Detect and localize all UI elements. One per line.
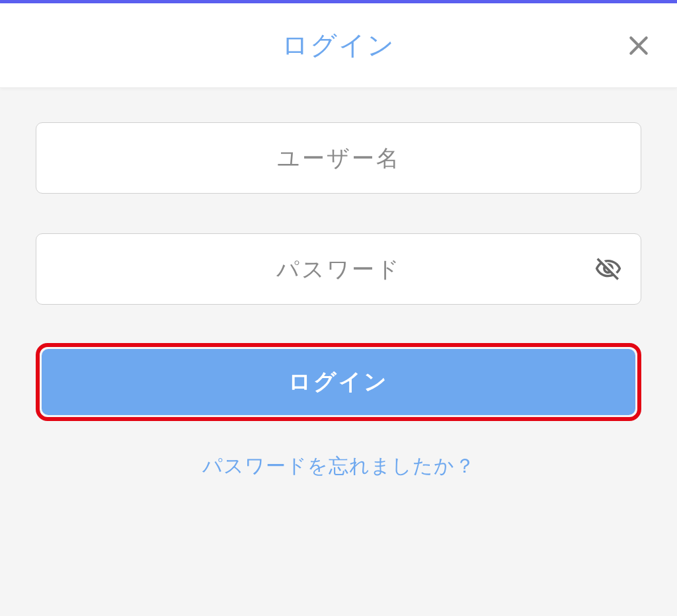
- modal-header: ログイン: [0, 3, 677, 88]
- page-title: ログイン: [282, 27, 395, 63]
- eye-off-icon: [594, 255, 622, 283]
- password-field-wrapper: [36, 233, 641, 305]
- login-button-highlight: ログイン: [36, 343, 641, 421]
- toggle-password-visibility[interactable]: [594, 254, 623, 284]
- password-input[interactable]: [36, 233, 641, 305]
- close-icon: [625, 32, 652, 59]
- login-button[interactable]: ログイン: [42, 349, 635, 415]
- username-field-wrapper: [36, 122, 641, 194]
- username-input[interactable]: [36, 122, 641, 194]
- forgot-password-link[interactable]: パスワードを忘れましたか？: [36, 453, 641, 480]
- close-button[interactable]: [623, 30, 655, 61]
- login-form: ログイン パスワードを忘れましたか？: [0, 88, 677, 480]
